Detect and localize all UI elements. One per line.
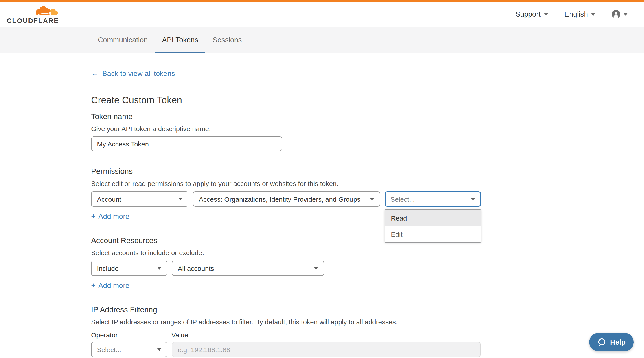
chevron-down-icon [591, 13, 596, 16]
permissions-add-more-link[interactable]: + Add more [91, 213, 130, 220]
ip-operator-select[interactable]: Select... [91, 342, 168, 357]
top-accent-bar [0, 0, 644, 2]
permission-access-placeholder: Select... [390, 195, 415, 203]
support-menu[interactable]: Support [516, 10, 548, 18]
permission-group-select[interactable]: Access: Organizations, Identity Provider… [193, 191, 380, 207]
permissions-row: Account Access: Organizations, Identity … [91, 191, 644, 207]
tab-bar: Communication API Tokens Sessions [0, 27, 644, 54]
dropdown-option-read[interactable]: Read [385, 210, 481, 226]
tab-communication[interactable]: Communication [91, 27, 154, 53]
chat-bubble-icon [598, 337, 606, 346]
main-content: ← Back to view all tokens Create Custom … [0, 54, 644, 357]
token-name-description: Give your API token a descriptive name. [91, 125, 644, 133]
chevron-down-icon [544, 13, 548, 16]
tab-api-tokens[interactable]: API Tokens [155, 27, 205, 53]
ip-filtering-row: Select... [91, 342, 644, 357]
help-button[interactable]: Help [590, 333, 634, 351]
access-dropdown-menu: Read Edit [384, 209, 481, 243]
plus-icon: + [91, 213, 96, 220]
back-to-tokens-link[interactable]: ← Back to view all tokens [91, 70, 175, 77]
account-resources-add-more-link[interactable]: + Add more [91, 282, 130, 289]
user-avatar-icon [612, 10, 620, 19]
tab-sessions[interactable]: Sessions [206, 27, 248, 53]
permission-scope-value: Account [97, 195, 121, 203]
header-right: Support English [516, 10, 628, 19]
token-name-input[interactable] [91, 136, 282, 151]
cloudflare-logo[interactable]: CLOUDFLARE [7, 5, 59, 24]
add-more-label: Add more [98, 213, 130, 220]
account-resources-description: Select accounts to include or exclude. [91, 249, 644, 256]
chevron-down-icon [157, 267, 162, 269]
ip-filtering-labels: Operator Value [91, 331, 644, 339]
cloudflare-cloud-icon [35, 5, 59, 17]
account-menu[interactable] [612, 10, 628, 19]
resource-mode-select[interactable]: Include [91, 260, 168, 276]
ip-filtering-description: Select IP addresses or ranges of IP addr… [91, 318, 644, 326]
chevron-down-icon [157, 348, 162, 351]
value-label: Value [172, 331, 188, 339]
permissions-description: Select edit or read permissions to apply… [91, 180, 644, 187]
page-title: Create Custom Token [91, 95, 644, 105]
chevron-down-icon [623, 13, 628, 16]
chevron-down-icon [314, 267, 318, 269]
back-link-label: Back to view all tokens [102, 70, 175, 77]
header: CLOUDFLARE Support English [0, 2, 644, 27]
resource-accounts-select[interactable]: All accounts [172, 260, 324, 276]
plus-icon: + [91, 282, 96, 289]
permissions-heading: Permissions [91, 168, 644, 176]
help-button-label: Help [610, 338, 626, 346]
back-arrow-icon: ← [91, 70, 99, 77]
permission-access-select[interactable]: Select... [384, 191, 481, 207]
token-name-heading: Token name [91, 113, 644, 121]
account-resources-heading: Account Resources [91, 237, 644, 245]
dropdown-option-edit[interactable]: Edit [385, 226, 481, 242]
chevron-down-icon [471, 198, 475, 200]
permission-access-select-stack: Select... Read Edit [384, 191, 481, 207]
resource-accounts-value: All accounts [178, 264, 214, 272]
account-resources-row: Include All accounts [91, 260, 644, 276]
chevron-down-icon [178, 198, 183, 200]
add-more-label: Add more [98, 282, 130, 289]
ip-operator-placeholder: Select... [97, 346, 121, 353]
ip-filtering-heading: IP Address Filtering [91, 306, 644, 314]
resource-mode-value: Include [97, 264, 119, 272]
language-menu[interactable]: English [564, 10, 596, 18]
cloudflare-wordmark: CLOUDFLARE [7, 17, 59, 24]
permission-scope-select[interactable]: Account [91, 191, 188, 207]
language-menu-label: English [564, 10, 588, 18]
operator-label: Operator [91, 331, 172, 339]
support-menu-label: Support [516, 10, 540, 18]
permission-group-value: Access: Organizations, Identity Provider… [199, 195, 360, 203]
ip-value-input[interactable] [172, 342, 481, 357]
chevron-down-icon [370, 198, 374, 200]
page: CLOUDFLARE Support English Communicat [0, 0, 644, 358]
